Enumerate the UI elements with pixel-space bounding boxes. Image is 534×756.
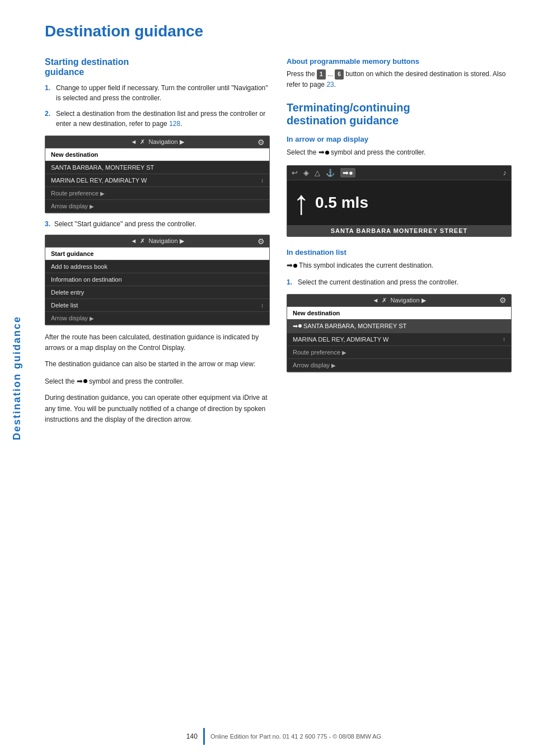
nav-item-santa-barbara-3[interactable]: ➡SANTA BARBARA, MONTERREY ST (287, 320, 511, 333)
dest-list-symbol-text: ➡ This symbol indicates the current dest… (287, 260, 512, 272)
btn-1: 1 (317, 69, 326, 80)
nav-item-route-pref-3[interactable]: Route preference (287, 346, 511, 359)
nav-item-new-dest-3[interactable]: New destination (287, 307, 511, 320)
nav-gear-icon-3: ⚙ (499, 296, 507, 305)
nav-item-address-book[interactable]: Add to address book (45, 260, 269, 273)
nav-screenshot-2: ◄ ✗ Navigation ▶ ⚙ Start guidance Add to… (45, 235, 270, 325)
btn-6: 6 (335, 69, 344, 80)
distance-text: 0.5 mls (315, 194, 368, 212)
step-2: 2. Select a destination from the destina… (45, 109, 270, 129)
nav-item-arrow-display-2[interactable]: Arrow display (45, 312, 269, 325)
nav-item-info-dest[interactable]: Information on destination (45, 273, 269, 286)
street-name-display: SANTA BARBARA MONTERREY STREET (287, 225, 511, 236)
nav-screenshot-3: ◄ ✗ Navigation ▶ ⚙ New destination ➡SANT… (287, 294, 512, 372)
terminating-section: Terminating/continuingdestination guidan… (287, 101, 512, 372)
terminating-heading: Terminating/continuingdestination guidan… (287, 101, 512, 127)
step-1-num: 1. (45, 83, 53, 103)
programmable-heading: About programmable memory buttons (287, 57, 512, 66)
step-2-text: Select a destination from the destinatio… (56, 109, 270, 129)
step-3-num: 3. (45, 220, 52, 228)
step-1: 1. Change to upper field if necessary. T… (45, 83, 270, 103)
toolbar-music-icon: ♪ (503, 169, 507, 177)
footer-text: Online Edition for Part no. 01 41 2 600 … (210, 733, 381, 740)
sidebar-label: Destination guidance (11, 316, 23, 440)
nav-item-start-guidance[interactable]: Start guidance (45, 248, 269, 260)
left-column: Starting destinationguidance 1. Change t… (45, 57, 270, 431)
page-128-link[interactable]: 128 (169, 120, 180, 128)
main-content: Destination guidance Starting destinatio… (34, 0, 534, 756)
nav-header-1: ◄ ✗ Navigation ▶ ⚙ (45, 136, 269, 148)
in-arrow-text: Select the ➡ symbol and press the contro… (287, 147, 512, 158)
nav-item-marina[interactable]: MARINA DEL REY, ADMIRALTY W (45, 174, 269, 187)
right-column: About programmable memory buttons Press … (287, 57, 512, 431)
nav-item-delete-list[interactable]: Delete list (45, 299, 269, 312)
nav-header-2: ◄ ✗ Navigation ▶ ⚙ (45, 235, 269, 248)
dest-step-1-text: Select the current destination and press… (298, 277, 458, 287)
body-para-2: The destination guidance can also be sta… (45, 359, 270, 370)
arrow-display-screenshot: ↩ ◈ △ ⚓ ➡● ♪ ↑ 0.5 mls SANTA BARBARA MON… (287, 165, 512, 237)
dest-step-1: 1. Select the current destination and pr… (287, 277, 512, 287)
step-1-text: Change to upper field if necessary. Turn… (56, 83, 270, 103)
toolbar-triangle-icon: △ (315, 169, 320, 177)
nav-header-1-text: ◄ ✗ Navigation ▶ (130, 138, 184, 146)
two-col-layout: Starting destinationguidance 1. Change t… (45, 57, 512, 431)
nav-item-arrow-display-3[interactable]: Arrow display (287, 359, 511, 372)
sidebar: Destination guidance (0, 0, 34, 756)
nav-gear-icon-1: ⚙ (257, 138, 265, 147)
body-para-4: During destination guidance, you can ope… (45, 393, 270, 425)
nav-item-santa-barbara[interactable]: SANTA BARBARA, MONTERREY ST (45, 161, 269, 174)
programmable-text: Press the 1 ... 6 button on which the de… (287, 69, 512, 90)
dest-list-section: In destination list ➡ This symbol indica… (287, 248, 512, 372)
nav-item-new-dest[interactable]: New destination (45, 148, 269, 161)
nav-item-marina-3[interactable]: MARINA DEL REY, ADMIRALTY W (287, 333, 511, 346)
direction-arrow: ↑ (293, 186, 310, 220)
step-3-desc: Select "Start guidance" and press the co… (54, 220, 196, 228)
dest-list-steps: 1. Select the current destination and pr… (287, 277, 512, 287)
dest-step-1-num: 1. (287, 277, 294, 287)
body-para-3: Select the ➡ symbol and press the contro… (45, 376, 270, 388)
body-para-1: After the route has been calculated, des… (45, 332, 270, 353)
nav-header-3-text: ◄ ✗ Navigation ▶ (372, 297, 425, 304)
nav-header-3: ◄ ✗ Navigation ▶ ⚙ (287, 295, 511, 307)
page-container: Destination guidance Destination guidanc… (0, 0, 534, 756)
page-title: Destination guidance (45, 22, 512, 40)
nav-header-2-text: ◄ ✗ Navigation ▶ (130, 237, 184, 245)
toolbar-back-icon: ↩ (292, 169, 298, 177)
in-dest-list-heading: In destination list (287, 248, 512, 256)
starting-destination-heading: Starting destinationguidance (45, 57, 270, 77)
footer-divider (203, 728, 205, 745)
page-footer: 140 Online Edition for Part no. 01 41 2 … (34, 728, 534, 745)
step-2-num: 2. (45, 109, 53, 129)
nav-item-arrow-display-1[interactable]: Arrow display (45, 200, 269, 213)
nav-screenshot-1: ◄ ✗ Navigation ▶ ⚙ New destination SANTA… (45, 136, 270, 213)
nav-gear-icon-2: ⚙ (257, 237, 265, 246)
page-23-link[interactable]: 23 (326, 81, 334, 88)
arrow-display-body: ↑ 0.5 mls (287, 180, 511, 225)
steps-list: 1. Change to upper field if necessary. T… (45, 83, 270, 129)
nav-item-route-pref[interactable]: Route preference (45, 187, 269, 200)
nav-item-delete-entry[interactable]: Delete entry (45, 286, 269, 299)
page-number: 140 (186, 732, 198, 740)
toolbar-arrow-dot-icon: ➡● (340, 168, 355, 178)
toolbar-wave-icon: ◈ (303, 169, 309, 177)
arrow-toolbar: ↩ ◈ △ ⚓ ➡● ♪ (287, 166, 511, 180)
step-3-text: 3. Select "Start guidance" and press the… (45, 220, 270, 228)
toolbar-anchor-icon: ⚓ (326, 169, 335, 177)
in-arrow-heading: In arrow or map display (287, 135, 512, 143)
